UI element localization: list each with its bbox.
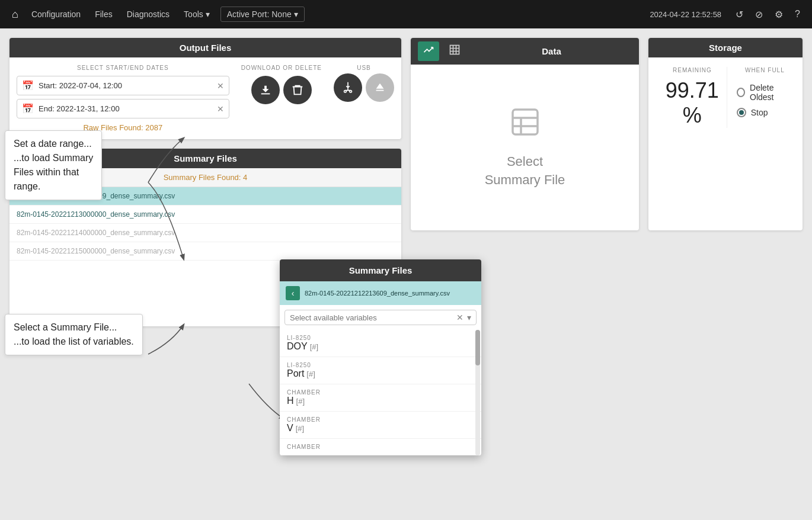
usb-label: USB <box>357 65 371 71</box>
storage-percentage: 99.71 % <box>658 78 727 128</box>
datetime-display: 2024-04-22 12:52:58 <box>650 10 721 19</box>
calendar-icon: 📅 <box>22 103 34 114</box>
chevron-down-icon[interactable]: ▾ <box>467 313 471 322</box>
tooltip-date-range: Set a date range... ...to load Summary F… <box>5 130 102 200</box>
nav-tools[interactable]: Tools ▾ <box>178 7 216 21</box>
home-button[interactable]: ⌂ <box>7 6 23 23</box>
start-date-clear-icon[interactable]: ✕ <box>217 81 224 91</box>
download-section: DOWNLOAD OR DELETE <box>241 65 322 132</box>
when-full-label: WHEN FULL <box>737 67 793 73</box>
scrollbar-track <box>475 330 480 455</box>
delete-oldest-option[interactable]: Delete Oldest <box>737 83 793 102</box>
usb-transfer-button[interactable] <box>334 73 362 102</box>
wifi-off-icon[interactable]: ⊘ <box>750 7 768 23</box>
variable-search-input[interactable] <box>290 313 454 322</box>
start-date-value: Start: 2022-07-04, 12:00 <box>39 81 217 90</box>
variables-list: LI-8250 DOY [#] LI-8250 Port [#] CHAMBER… <box>280 330 481 455</box>
variable-item-h[interactable]: CHAMBER H [#] <box>280 384 481 412</box>
chevron-down-icon: ▾ <box>206 9 210 19</box>
usb-eject-button[interactable] <box>366 73 394 102</box>
date-section-label: SELECT START/END DATES <box>17 65 229 71</box>
date-section: SELECT START/END DATES 📅 Start: 2022-07-… <box>17 65 229 132</box>
variable-unit: [#] <box>306 370 315 378</box>
summary-file-item[interactable]: 82m-0145-20221214000000_dense_summary.cs… <box>9 224 401 242</box>
nav-configuration[interactable]: Configuration <box>25 7 87 21</box>
variable-unit: [#] <box>296 424 304 433</box>
variable-search[interactable]: ✕ ▾ <box>284 310 477 325</box>
settings-icon[interactable]: ⚙ <box>770 7 788 23</box>
stop-label: Stop <box>751 108 768 117</box>
svg-rect-0 <box>261 94 270 95</box>
tooltip-select-file: Select a Summary File... ...to load the … <box>5 314 143 355</box>
summary-file-item[interactable]: 82m-0145-20221215000000_dense_summary.cs… <box>9 242 401 261</box>
variable-category: CHAMBER <box>287 416 474 423</box>
variable-unit: [#] <box>296 397 305 406</box>
radio-delete-oldest[interactable] <box>737 88 745 97</box>
refresh-icon[interactable]: ↺ <box>731 7 748 23</box>
data-panel: Data Select Summary File <box>411 38 639 230</box>
select-summary-text: Select Summary File <box>485 153 565 190</box>
delete-button[interactable] <box>283 76 312 104</box>
svg-rect-1 <box>450 46 459 54</box>
modal-selected-file-row: ‹ 82m-0145-20221212213609_dense_summary.… <box>280 281 481 305</box>
modal-back-button[interactable]: ‹ <box>286 286 300 300</box>
calendar-icon: 📅 <box>22 80 34 91</box>
modal-header: Summary Files <box>280 259 481 281</box>
variable-item-v[interactable]: CHAMBER V [#] <box>280 412 481 439</box>
nav-diagnostics[interactable]: Diagnostics <box>121 7 175 21</box>
top-navigation: ⌂ Configuration Files Diagnostics Tools … <box>0 0 812 28</box>
chevron-down-icon: ▾ <box>294 9 298 19</box>
svg-rect-6 <box>513 110 538 134</box>
modal-filename: 82m-0145-20221212213609_dense_summary.cs… <box>305 290 450 297</box>
list-icon <box>509 105 542 146</box>
chart-tab[interactable] <box>418 41 439 61</box>
nav-files[interactable]: Files <box>89 7 119 21</box>
variable-category: CHAMBER <box>287 444 474 450</box>
usb-section: USB <box>334 65 394 132</box>
variable-name: V <box>287 423 293 434</box>
variable-name: H <box>287 396 294 406</box>
variable-category: CHAMBER <box>287 389 474 396</box>
scrollbar-thumb[interactable] <box>475 330 480 365</box>
data-panel-header: Data <box>411 38 639 65</box>
end-date-value: End: 2022-12-31, 12:00 <box>39 104 217 113</box>
end-date-input[interactable]: 📅 End: 2022-12-31, 12:00 ✕ <box>17 99 229 118</box>
stop-option[interactable]: Stop <box>737 108 793 117</box>
variable-name: DOY <box>287 341 308 352</box>
variable-category: LI-8250 <box>287 335 474 341</box>
end-date-clear-icon[interactable]: ✕ <box>217 104 224 114</box>
data-panel-body: Select Summary File <box>411 65 639 230</box>
help-icon[interactable]: ? <box>790 7 805 22</box>
storage-header: Storage <box>648 38 803 57</box>
output-files-panel: Output Files SELECT START/END DATES 📅 St… <box>9 38 401 139</box>
remaining-label: REMAINING <box>658 67 727 73</box>
variable-item-port[interactable]: LI-8250 Port [#] <box>280 357 481 384</box>
data-panel-title: Data <box>542 46 561 56</box>
variable-name: Port <box>287 368 304 379</box>
variable-item-more: CHAMBER <box>280 439 481 455</box>
clear-search-icon[interactable]: ✕ <box>456 313 463 322</box>
start-date-input[interactable]: 📅 Start: 2022-07-04, 12:00 ✕ <box>17 76 229 95</box>
variable-unit: [#] <box>310 342 318 351</box>
delete-oldest-label: Delete Oldest <box>750 83 793 102</box>
table-tab[interactable] <box>444 41 465 61</box>
download-label: DOWNLOAD OR DELETE <box>241 65 322 71</box>
active-port-selector[interactable]: Active Port: None ▾ <box>220 7 305 22</box>
download-button[interactable] <box>251 76 280 104</box>
summary-file-item[interactable]: 82m-0145-20221213000000_dense_summary.cs… <box>9 206 401 224</box>
variable-category: LI-8250 <box>287 362 474 368</box>
output-files-header: Output Files <box>9 38 401 57</box>
radio-stop[interactable] <box>737 108 746 117</box>
summary-files-modal: Summary Files ‹ 82m-0145-20221212213609_… <box>280 259 481 455</box>
variable-item-doy[interactable]: LI-8250 DOY [#] <box>280 330 481 357</box>
storage-panel: Storage REMAINING 99.71 % WHEN FULL <box>648 38 803 230</box>
